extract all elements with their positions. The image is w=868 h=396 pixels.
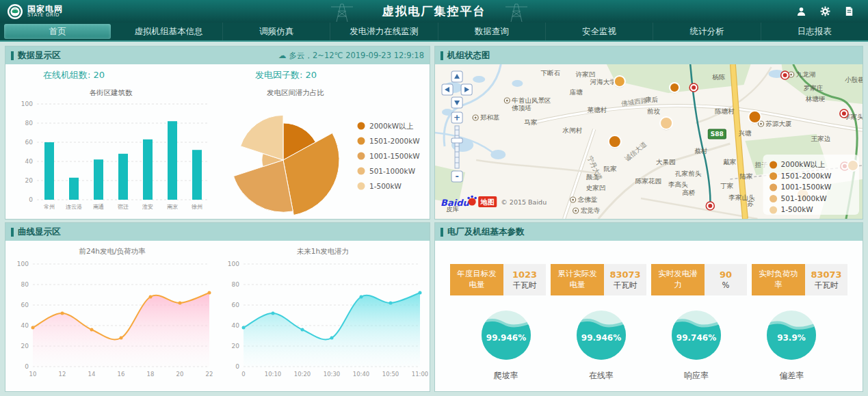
gauge-label: 偏差率 [779,370,804,382]
metro-station-icon-core [692,85,696,90]
bar [118,154,128,200]
data-point [419,291,422,295]
panel-unit-status: 机组状态图 [435,47,863,219]
data-point [272,312,275,315]
map-label: 下断石 [540,69,560,77]
stat-card-unit: 千瓦时 [815,280,839,291]
map-label: 九龙湖 [796,70,816,78]
map-label: 颜圣 [586,173,599,181]
map-zoom-slider-track[interactable] [455,126,459,168]
map-label: 大果园 [656,158,676,166]
bar [192,150,202,200]
nav-tab-4[interactable]: 发电潜力在线监测 [330,23,438,40]
map-label: 康后 [645,96,659,103]
y-tick-label: 100 [21,101,33,107]
legend-label: 1-500kW [369,182,402,190]
data-point [389,302,393,305]
y-tick-label: 100 [17,261,29,267]
stat-card-value: 83073千瓦时 [805,264,847,295]
zoom-out-glyph: - [455,171,458,181]
map-label: 阮家 [604,165,617,172]
stat-card-number: 83073 [811,269,841,280]
stat-card-2: 累计实际发电量83073千瓦时 [551,264,646,295]
stat-cards-row: 年度目标发电量1023千瓦时累计实际发电量83073千瓦时实时发电潜力90%实时… [435,241,863,295]
x-tick-label: 10:30 [324,371,341,378]
brand-text: 国家电网 STATE GRID [27,5,63,18]
stat-card-unit: 千瓦时 [614,280,637,291]
weather-status: ☁ 多云，2~12℃ 2019-09-23 12:9:18 [278,51,424,61]
pie-slice [233,160,293,212]
map-label: 丁家 [720,182,733,189]
user-icon[interactable] [796,6,806,16]
y-tick-label: 80 [232,281,240,288]
panel-title: 电厂及机组基本参数 [447,226,525,238]
panel-unit-status-header: 机组状态图 [435,47,863,64]
panel-data-display-body: 在线机组数: 20发电因子数: 20 各街区建筑数020406080100常州连… [5,64,430,219]
y-tick-label: 60 [25,139,34,146]
data-point [120,336,123,340]
panel-title: 机组状态图 [447,50,490,62]
baidu-paw-toe [471,196,473,198]
map-label: 牛首山风景区 [511,96,551,104]
panel-params-header: 电厂及机组基本参数 [435,223,863,241]
brand: 国家电网 STATE GRID [0,3,164,20]
y-tick-label: 80 [25,120,34,127]
x-tick-label: 12 [59,371,66,378]
panel-data-display: 数据显示区 ☁ 多云，2~12℃ 2019-09-23 12:9:18 在线机组… [5,47,430,219]
settings-gear-icon[interactable] [820,6,830,16]
gauge-value: 93.9% [778,333,806,343]
weather-text: 多云，2~12℃ 2019-09-23 12:9:18 [289,51,424,61]
map-label: 陆家 [739,172,752,180]
chart-title: 发电区间潜力占比 [267,88,324,96]
unit-marker[interactable] [609,135,621,148]
map-label: 史家凹 [586,184,606,192]
stat-1: 在线机组数: 20 [5,69,218,81]
nav-tab-3[interactable]: 调频仿真 [223,23,330,40]
nav-tab-1[interactable]: 首页 [4,24,111,39]
header-icons [796,6,868,16]
map-label: 佛顶塔 [511,104,531,111]
map-label: 李高头 [668,181,688,188]
area-chart-next1h: 未来1h发电潜力020406080100010:1010:2010:3010:4… [218,243,428,388]
y-tick-label: 80 [21,281,29,288]
liquid-gauge: 99.946% [575,309,627,361]
stat-card-label: 累计实际发电量 [551,264,604,295]
poi-icon-dot [760,123,762,125]
nav-tab-5[interactable]: 数据查询 [438,23,546,40]
nav-tab-6[interactable]: 安全监视 [546,23,653,40]
data-point [330,336,334,340]
x-tick-label: 10 [29,371,37,378]
data-point [149,295,153,299]
unit-marker[interactable] [614,76,625,87]
gauge-1: 99.946%爬坡率 [480,309,532,382]
gauge-label: 响应率 [684,370,709,382]
x-tick-label: 22 [206,371,213,378]
x-tick-label: 10:50 [382,371,399,378]
x-tick-label: 宿迁 [117,204,129,210]
nav-tab-8[interactable]: 日志报表 [761,23,868,40]
poi-icon-dot [475,117,477,119]
report-document-icon[interactable] [844,6,854,16]
chart-title: 前24h发电/负荷功率 [79,247,146,255]
map-legend-label: 1001-1500kW [781,183,832,192]
panel-title: 数据显示区 [18,50,61,62]
chart-title: 各街区建筑数 [90,88,133,96]
state-grid-logo-icon [7,3,23,20]
map-zoom-slider-knob[interactable] [451,138,462,143]
map-legend-dot [770,207,777,214]
nav-tab-2[interactable]: 虚拟机组基本信息 [115,23,222,40]
unit-marker[interactable] [660,117,672,129]
map-label: 庙塘 [570,88,583,96]
area-fill [244,293,420,367]
unit-marker[interactable] [748,111,761,123]
data-point [301,328,304,332]
bar [94,159,103,200]
unit-marker[interactable] [670,83,679,92]
nav-tab-7[interactable]: 统计分析 [653,23,761,40]
map-canvas[interactable]: 下断石许家凹庙塘河海大学杨陈九龙湖小殷巷罗家庄林塘埂牛首山风景区佛顶塔郑和墓菜塘… [435,64,863,219]
panel-accent-bar [11,228,14,237]
y-tick-label: 0 [235,363,239,370]
gauge-4: 93.9%偏差率 [765,309,817,382]
panel-curves-header: 曲线显示区 [5,223,430,241]
y-tick-label: 40 [21,322,29,329]
